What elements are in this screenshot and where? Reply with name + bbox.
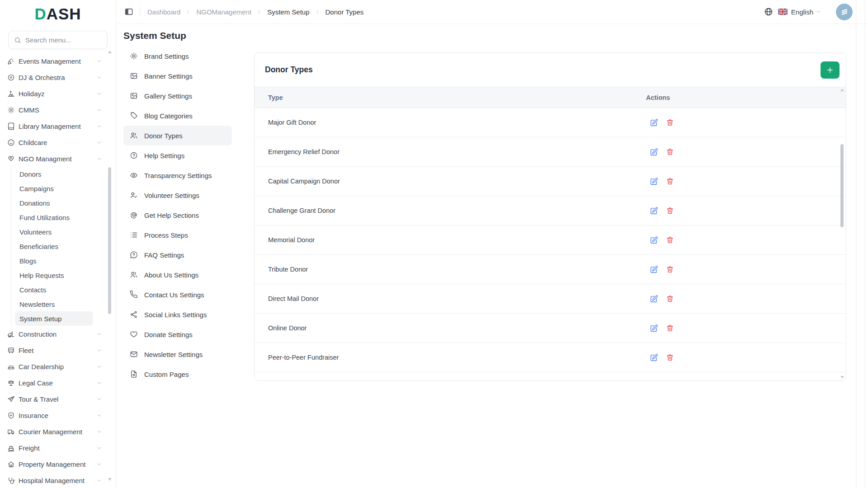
- delete-button[interactable]: [666, 324, 674, 332]
- globe-icon[interactable]: [764, 7, 773, 16]
- chevron-down-icon: [96, 331, 102, 337]
- sidebar-toggle-icon[interactable]: [124, 7, 133, 16]
- settings-item-donor-types[interactable]: Donor Types: [123, 126, 232, 145]
- delete-button[interactable]: [666, 295, 674, 303]
- settings-item-process-steps[interactable]: Process Steps: [123, 225, 232, 245]
- column-header-type: Type: [268, 94, 646, 101]
- sidebar-subitem-volunteers[interactable]: Volunteers: [15, 225, 93, 239]
- edit-button[interactable]: [650, 177, 658, 186]
- delete-button[interactable]: [666, 148, 674, 156]
- delete-button[interactable]: [666, 265, 674, 273]
- sidebar-scroll-up-icon[interactable]: [108, 51, 112, 53]
- sidebar-item-property-management[interactable]: Property Management: [7, 456, 102, 472]
- book-icon: [7, 122, 15, 130]
- chevron-down-icon: [96, 413, 102, 418]
- help-circle-icon: [130, 151, 138, 160]
- settings-item-help-settings[interactable]: Help Settings: [123, 145, 232, 165]
- settings-item-blog-categories[interactable]: Blog Categories: [123, 106, 232, 126]
- sidebar-item-freight[interactable]: Freight: [7, 440, 102, 456]
- settings-item-contact-us-settings[interactable]: Contact Us Settings: [123, 285, 232, 305]
- breadcrumb-item-ngomanagement[interactable]: NGOManagement: [196, 8, 251, 16]
- sidebar-item-events-management[interactable]: Events Management: [7, 53, 102, 69]
- sidebar-item-holidayz[interactable]: Holidayz: [7, 85, 102, 102]
- edit-button[interactable]: [650, 265, 658, 274]
- sidebar: DASH Events ManagementDJ & OrchestraHoli…: [0, 0, 116, 488]
- delete-button[interactable]: [666, 177, 674, 185]
- add-donor-type-button[interactable]: [821, 61, 840, 79]
- sidebar-item-ngo-managment[interactable]: NGO Managment: [7, 150, 102, 167]
- edit-icon: [650, 265, 658, 274]
- donor-type-cell: Peer-to-Peer Fundraiser: [268, 354, 646, 361]
- table-scroll-up-icon[interactable]: [840, 89, 844, 91]
- sidebar-item-construction[interactable]: Construction: [7, 326, 102, 342]
- sidebar-menu: Events ManagementDJ & OrchestraHolidayzC…: [0, 53, 116, 488]
- chevron-down-icon: [96, 107, 102, 113]
- sidebar-subitem-system-setup[interactable]: System Setup: [15, 311, 93, 326]
- sidebar-scrollbar-thumb[interactable]: [108, 167, 111, 314]
- breadcrumb-item-donor-types[interactable]: Donor Types: [326, 8, 364, 16]
- table-scrollbar-thumb[interactable]: [840, 144, 844, 227]
- actions-cell: [646, 177, 846, 186]
- delete-button[interactable]: [666, 236, 674, 244]
- panel-title: Donor Types: [265, 65, 313, 75]
- settings-item-gallery-settings[interactable]: Gallery Settings: [123, 86, 232, 106]
- sidebar-subitem-contacts[interactable]: Contacts: [15, 282, 93, 297]
- edit-button[interactable]: [650, 353, 658, 362]
- eye-icon: [130, 171, 138, 179]
- breadcrumb-item-system-setup[interactable]: System Setup: [267, 8, 309, 16]
- sidebar-item-legal-case[interactable]: Legal Case: [7, 375, 102, 391]
- sidebar-subitem-donors[interactable]: Donors: [15, 167, 93, 181]
- edit-button[interactable]: [650, 148, 658, 156]
- settings-item-faq-settings[interactable]: FAQ Settings: [123, 245, 232, 265]
- plane-icon: [7, 395, 15, 403]
- edit-button[interactable]: [650, 295, 658, 303]
- sidebar-item-courier-management[interactable]: Courier Management: [7, 423, 102, 440]
- settings-item-social-links-settings[interactable]: Social Links Settings: [123, 305, 232, 324]
- edit-button[interactable]: [650, 206, 658, 215]
- search-input[interactable]: [25, 36, 115, 44]
- chevron-down-icon: [96, 461, 102, 467]
- settings-item-volunteer-settings[interactable]: Volunteer Settings: [123, 185, 232, 205]
- breadcrumb-item-dashboard[interactable]: Dashboard: [147, 8, 180, 16]
- actions-cell: [646, 295, 846, 303]
- plus-icon: [826, 66, 835, 75]
- sidebar-subitem-fund-utilizations[interactable]: Fund Utilizations: [15, 210, 93, 225]
- sidebar-item-cmms[interactable]: CMMS: [7, 102, 102, 118]
- settings-item-get-help-sections[interactable]: Get Help Sections: [123, 205, 232, 225]
- sidebar-item-fleet[interactable]: Fleet: [7, 342, 102, 358]
- sidebar-item-car-dealership[interactable]: Car Dealership: [7, 358, 102, 375]
- sidebar-subitem-newsletters[interactable]: Newsletters: [15, 297, 93, 311]
- delete-button[interactable]: [666, 206, 674, 215]
- settings-item-about-us-settings[interactable]: About Us Settings: [123, 265, 232, 285]
- sidebar-item-childcare[interactable]: Childcare: [7, 134, 102, 150]
- sidebar-item-hospital-management[interactable]: Hospital Management: [7, 472, 102, 488]
- avatar[interactable]: [836, 4, 853, 20]
- sidebar-item-tour-travel[interactable]: Tour & Travel: [7, 391, 102, 407]
- settings-item-donate-settings[interactable]: Donate Settings: [123, 324, 232, 344]
- sidebar-item-insurance[interactable]: Insurance: [7, 407, 102, 423]
- table-scroll-down-icon[interactable]: [840, 376, 844, 379]
- settings-item-brand-settings[interactable]: Brand Settings: [123, 46, 232, 66]
- edit-button[interactable]: [650, 236, 658, 244]
- donor-type-cell: Capital Campaign Donor: [268, 178, 646, 185]
- settings-item-newsletter-settings[interactable]: Newsletter Settings: [123, 344, 232, 364]
- edit-icon: [650, 206, 658, 215]
- edit-button[interactable]: [650, 118, 658, 127]
- sidebar-subitem-blogs[interactable]: Blogs: [15, 253, 93, 268]
- edit-button[interactable]: [650, 324, 658, 333]
- delete-button[interactable]: [666, 353, 674, 361]
- sidebar-subitem-help-requests[interactable]: Help Requests: [15, 268, 93, 282]
- settings-item-transparency-settings[interactable]: Transparency Settings: [123, 165, 232, 185]
- sidebar-scroll-down-icon[interactable]: [108, 478, 112, 481]
- sidebar-item-dj-orchestra[interactable]: DJ & Orchestra: [7, 69, 102, 85]
- delete-button[interactable]: [666, 118, 674, 127]
- sidebar-subitem-beneficiaries[interactable]: Beneficiaries: [15, 239, 93, 253]
- language-selector[interactable]: English: [791, 8, 821, 16]
- sidebar-subitem-donations[interactable]: Donations: [15, 196, 93, 210]
- settings-item-banner-settings[interactable]: Banner Settings: [123, 66, 232, 86]
- sidebar-item-library-management[interactable]: Library Management: [7, 118, 102, 134]
- settings-item-custom-pages[interactable]: Custom Pages: [123, 364, 232, 384]
- sidebar-subitem-campaigns[interactable]: Campaigns: [15, 181, 93, 196]
- breadcrumb: DashboardNGOManagementSystem SetupDonor …: [147, 8, 363, 16]
- stethoscope-icon: [7, 477, 15, 484]
